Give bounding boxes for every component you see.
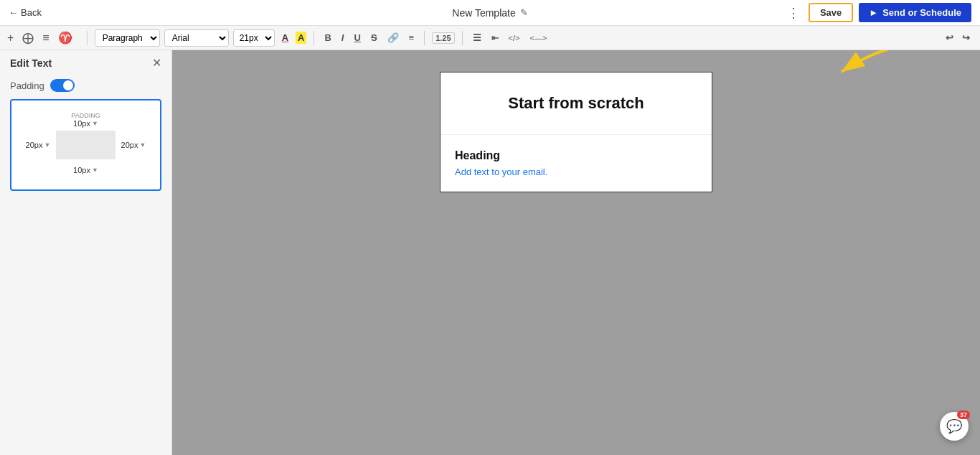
font-select[interactable]: Arial (164, 29, 229, 47)
email-editor-block: Start from scratch Heading Add text to y… (440, 72, 712, 192)
top-nav: ← Back New Template ✎ ⋮ Save ► Send or S… (0, 0, 980, 26)
template-title: New Template (452, 7, 515, 19)
more-options-button[interactable]: ⋮ (784, 5, 803, 21)
paragraph-select[interactable]: Paragraph (95, 29, 160, 47)
padding-right-value[interactable]: 20px (121, 141, 138, 149)
back-button[interactable]: ← Back (9, 7, 42, 18)
padding-right-arrow[interactable]: ▼ (139, 141, 146, 149)
email-body-text: Add text to your email. (455, 166, 697, 177)
padding-top-value[interactable]: 10px (73, 119, 90, 128)
add-icon[interactable]: + (7, 32, 14, 44)
text-align-icon[interactable]: ≡ (406, 32, 418, 44)
padding-bottom-control: 10px ▼ (73, 166, 98, 174)
email-header-text: Start from scratch (508, 94, 644, 113)
padding-top-control: PADDING 10px ▼ (71, 112, 100, 128)
toolbar-divider-3 (424, 31, 425, 45)
padding-diagram: PADDING 10px ▼ 20px ▼ 20px ▼ (20, 109, 151, 181)
padding-right-control: 20px ▼ (121, 141, 146, 149)
undo-button[interactable]: ↩ (943, 32, 956, 44)
nav-right: ⋮ Save ► Send or Schedule (784, 3, 971, 22)
padding-label: Padding (10, 80, 44, 91)
strikethrough-button[interactable]: S (368, 32, 380, 44)
list-icon[interactable]: ☰ (470, 32, 484, 44)
back-arrow-icon: ← (9, 7, 18, 18)
close-panel-button[interactable]: ✕ (152, 57, 161, 69)
left-panel: Edit Text ✕ Padding PADDING 10px ▼ 20px … (0, 50, 172, 455)
padding-center-box (56, 131, 116, 159)
font-color-icon[interactable]: A (279, 32, 291, 44)
email-content-section[interactable]: Heading Add text to your email. (440, 134, 712, 192)
italic-button[interactable]: I (339, 32, 347, 44)
chat-icon: 💬 (946, 418, 962, 434)
nav-left: ← Back (9, 7, 42, 18)
back-label: Back (21, 7, 42, 18)
font-size-select[interactable]: 21px (233, 29, 275, 47)
toolbar-divider-1 (87, 31, 88, 45)
email-content-heading: Heading (455, 149, 697, 162)
undo-redo-group: ↩ ↪ (943, 32, 973, 44)
send-schedule-button[interactable]: ► Send or Schedule (859, 3, 971, 22)
line-height-value[interactable]: 1.25 (432, 32, 454, 44)
padding-row: Padding (0, 75, 171, 99)
highlight-icon[interactable]: A (296, 32, 306, 44)
chat-button[interactable]: 💬 37 (940, 412, 969, 441)
send-schedule-label: Send or Schedule (882, 7, 961, 18)
padding-left-arrow[interactable]: ▼ (44, 141, 50, 149)
padding-bottom-arrow[interactable]: ▼ (92, 166, 98, 174)
blocks-icon[interactable]: ♈ (58, 31, 72, 44)
padding-bottom-value[interactable]: 10px (73, 166, 90, 174)
table-icon[interactable]: ⇤ (489, 32, 501, 44)
edit-title-icon[interactable]: ✎ (520, 7, 528, 18)
padding-label-sm: PADDING (71, 112, 100, 119)
toolbar-divider-2 (314, 31, 314, 45)
panel-title: Edit Text (10, 57, 52, 69)
redo-button[interactable]: ↪ (959, 32, 973, 44)
underline-button[interactable]: U (351, 32, 363, 44)
email-header-section[interactable]: Start from scratch (440, 72, 712, 134)
chat-badge: 37 (957, 411, 970, 419)
padding-left-control: 20px ▼ (26, 141, 51, 149)
nav-center: New Template ✎ (452, 7, 527, 19)
canvas-area: Start from scratch Heading Add text to y… (172, 50, 980, 455)
toolbar-left-icons: + ⨁ ≡ ♈ (7, 31, 72, 44)
align-icon[interactable]: ≡ (42, 32, 49, 44)
main-area: Edit Text ✕ Padding PADDING 10px ▼ 20px … (0, 50, 980, 455)
link-icon[interactable]: 🔗 (385, 32, 402, 44)
toolbar: + ⨁ ≡ ♈ Paragraph Arial 21px A A B I U S… (0, 26, 980, 50)
code-block-icon[interactable]: <—> (527, 33, 550, 43)
bold-button[interactable]: B (321, 32, 334, 44)
save-button[interactable]: Save (809, 3, 853, 22)
toolbar-divider-4 (462, 31, 463, 45)
padding-toggle[interactable] (50, 79, 75, 92)
send-arrow-icon: ► (869, 7, 878, 18)
code-inline-icon[interactable]: </> (506, 33, 523, 43)
padding-left-value[interactable]: 20px (26, 141, 43, 149)
padding-top-arrow[interactable]: ▼ (92, 120, 98, 127)
toolbar-right: ↩ ↪ (943, 32, 973, 44)
layers-icon[interactable]: ⨁ (22, 31, 34, 44)
panel-header: Edit Text ✕ (0, 50, 171, 75)
padding-diagram-container: PADDING 10px ▼ 20px ▼ 20px ▼ (10, 99, 161, 191)
